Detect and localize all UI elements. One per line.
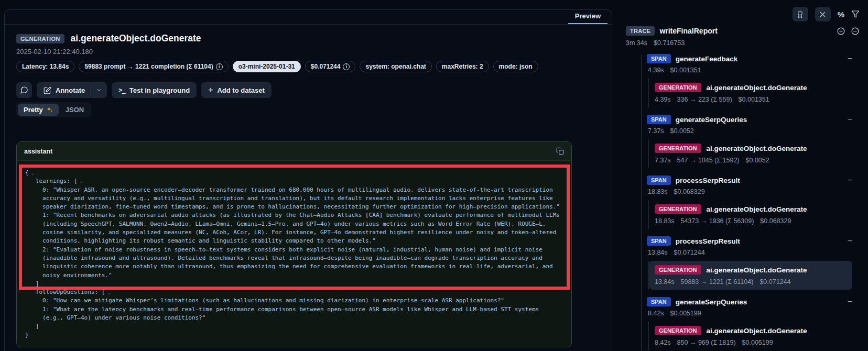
test-in-playground-button[interactable]: >_ Test in playground [112, 82, 197, 98]
pill-label: 59883 prompt → 1221 completion (Σ 61104) [84, 63, 213, 70]
generation-row[interactable]: GENERATIONai.generateObject.doGenerate4.… [649, 79, 852, 107]
metadata-pill: system: openai.chat [360, 61, 431, 72]
pretty-label: Pretty [24, 106, 43, 114]
metadata-pill[interactable]: $0.071244i [305, 61, 356, 72]
toolbar: Annotate >_ Test in playground + Add to … [16, 82, 600, 98]
span-group: SPANgenerateFeedback−4.39s$0.001351GENER… [647, 54, 852, 107]
span-name: processSerpResult [676, 237, 740, 245]
generation-branch: GENERATIONai.generateObject.doGenerate8.… [648, 322, 852, 350]
assistant-message-header: assistant [17, 142, 571, 161]
collapse-node-icon[interactable]: − [848, 176, 852, 184]
span-cost: $0.0052 [670, 127, 694, 135]
span-name: generateFeedback [676, 55, 738, 63]
generation-row-selected[interactable]: GENERATIONai.generateObject.doGenerate13… [649, 261, 852, 290]
code-text: ] [36, 280, 39, 287]
generation-cost: $0.0052 [746, 157, 769, 164]
span-meta: 18.83s$0.068329 [647, 188, 852, 195]
plus-icon: + [208, 86, 213, 94]
span-meta: 8.42s$0.005199 [647, 310, 852, 317]
generation-row[interactable]: GENERATIONai.generateObject.doGenerate8.… [649, 322, 852, 350]
collapse-node-icon[interactable]: − [848, 298, 852, 306]
generation-badge: GENERATION [655, 265, 701, 275]
generation-duration: 13.84s [655, 278, 675, 286]
trace-tree: SPANgenerateFeedback−4.39s$0.001351GENER… [641, 54, 852, 351]
metadata-pill[interactable]: 59883 prompt → 1221 completion (Σ 61104)… [79, 61, 228, 72]
comment-button[interactable] [16, 82, 32, 98]
collapse-chevron-icon[interactable]: ⌄ [80, 179, 82, 184]
span-name: processSerpResult [676, 177, 740, 184]
code-line: followUpQuestions: [⌄ [25, 288, 563, 297]
collapse-node-icon[interactable]: − [848, 115, 852, 124]
collapse-node-icon[interactable]: − [848, 54, 852, 63]
comment-icon [20, 86, 28, 94]
generation-row[interactable]: GENERATIONai.generateObject.doGenerate7.… [649, 139, 852, 168]
collapse-view-button[interactable] [815, 7, 831, 21]
info-icon[interactable]: i [216, 63, 223, 70]
code-text: 0: "How can we mitigate Whisper’s limita… [42, 297, 504, 304]
generation-tokens: 336 → 223 (Σ 559) [677, 96, 732, 103]
generation-badge: GENERATION [655, 204, 701, 214]
code-text: ] [36, 323, 39, 330]
code-line: learnings: [⌄ [25, 177, 563, 185]
span-name: generateSerpQueries [676, 116, 747, 124]
json-learnings-block: {⌄learnings: [⌄0: "Whisper ASR, an open-… [25, 169, 563, 288]
generation-cost: $0.071244 [760, 278, 790, 286]
code-text: { [25, 169, 29, 176]
model-pill[interactable]: o3-mini-2025-01-31 [233, 61, 301, 72]
panel-body: GENERATION ai.generateObject.doGenerate … [5, 25, 612, 347]
assistant-message-box: assistant {⌄learnings: [⌄0: "Whisper ASR… [16, 141, 572, 347]
generation-tokens: 850 → 969 (Σ 1819) [677, 339, 736, 346]
collapse-icon [819, 10, 827, 18]
metadata-pill: maxRetries: 2 [436, 61, 489, 72]
page-title: ai.generateObject.doGenerate [71, 33, 201, 44]
expand-all-icon[interactable] [837, 27, 845, 36]
add-to-dataset-button[interactable]: + Add to dataset [201, 82, 272, 98]
tab-pretty[interactable]: Pretty [18, 104, 59, 116]
code-text: 2: "Evaluation of noise robustness in sp… [42, 246, 556, 279]
generation-branch: GENERATIONai.generateObject.doGenerate4.… [648, 79, 852, 107]
span-duration: 18.83s [648, 188, 668, 195]
pill-label: system: openai.chat [365, 63, 426, 70]
span-cost: $0.001351 [670, 67, 701, 74]
span-badge: SPAN [647, 297, 671, 306]
percent-icon[interactable]: % [838, 10, 844, 19]
trace-row[interactable]: TRACE writeFinalReport [626, 26, 860, 36]
generation-badge: GENERATION [655, 326, 701, 335]
pill-label: o3-mini-2025-01-31 [238, 63, 295, 70]
info-icon[interactable]: i [343, 63, 350, 70]
award-icon [796, 10, 804, 18]
generation-row[interactable]: GENERATIONai.generateObject.doGenerate18… [649, 200, 852, 229]
span-cost: $0.068329 [674, 188, 705, 195]
trace-section: TRACE writeFinalReport 3m 34s $0.716753 … [614, 0, 868, 351]
trace-cost: $0.716753 [654, 39, 685, 47]
span-row[interactable]: SPANprocessSerpResult− [647, 176, 852, 185]
code-text: } [25, 332, 29, 338]
annotate-button[interactable]: Annotate [37, 82, 91, 98]
collapse-chevron-icon[interactable]: ⌄ [107, 290, 110, 295]
tab-json[interactable]: JSON [60, 104, 90, 116]
span-badge: SPAN [647, 54, 671, 63]
span-meta: 7.37s$0.0052 [647, 127, 852, 135]
span-group: SPANprocessSerpResult−18.83s$0.068329GEN… [647, 176, 852, 229]
tab-preview[interactable]: Preview [568, 9, 607, 24]
observation-detail-panel: Preview GENERATION ai.generateObject.doG… [4, 9, 612, 351]
add-to-dataset-label: Add to dataset [217, 86, 264, 94]
collapse-all-icon[interactable] [851, 27, 860, 36]
span-row[interactable]: SPANgenerateSerpQueries− [647, 297, 852, 306]
generation-duration: 4.39s [655, 96, 671, 103]
copy-button[interactable] [556, 147, 564, 155]
collapse-node-icon[interactable]: − [848, 237, 852, 245]
annotation-queue-button[interactable] [793, 7, 808, 21]
observation-timestamp: 2025-02-10 21:22:40.180 [16, 48, 600, 56]
annotate-dropdown-button[interactable] [91, 82, 107, 98]
view-mode-tabs: Pretty JSON [16, 102, 91, 117]
span-row[interactable]: SPANgenerateSerpQueries− [647, 115, 852, 124]
generation-meta: 18.83s54373 → 1936 (Σ 56309)$0.068329 [655, 217, 847, 225]
code-line: ] [25, 322, 563, 331]
span-row[interactable]: SPANgenerateFeedback− [647, 54, 852, 63]
span-duration: 8.42s [648, 310, 664, 317]
span-row[interactable]: SPANprocessSerpResult− [647, 236, 852, 246]
generation-name: ai.generateObject.doGenerate [707, 84, 807, 92]
collapse-chevron-icon[interactable]: ⌄ [31, 170, 34, 176]
filter-icon[interactable] [851, 10, 860, 18]
